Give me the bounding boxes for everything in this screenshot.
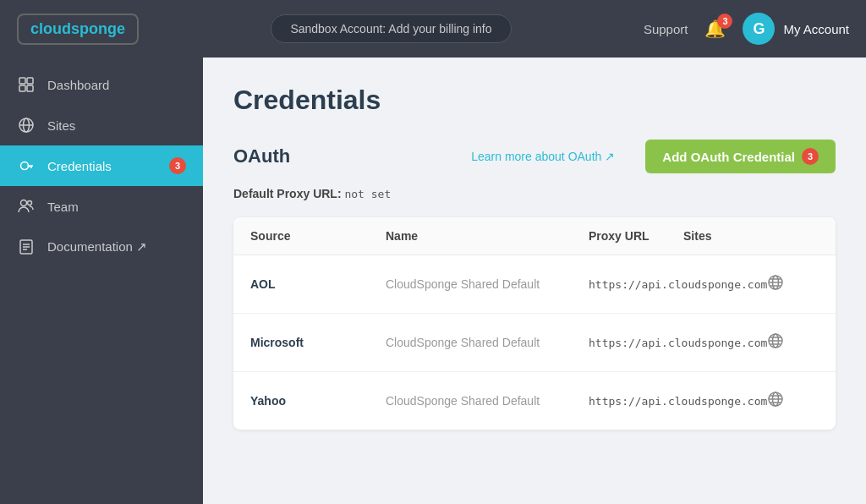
default-proxy: Default Proxy URL: not set: [233, 187, 836, 200]
col-header-name: Name: [386, 229, 589, 243]
sidebar-item-credentials-label: Credentials: [47, 159, 112, 173]
credentials-icon: [17, 157, 36, 174]
table-row: AOL CloudSponge Shared Default https://a…: [233, 255, 836, 314]
bell-badge: 3: [717, 14, 732, 29]
credentials-table: Source Name Proxy URL Sites AOL CloudSpo…: [233, 217, 836, 430]
source-microsoft: Microsoft: [250, 336, 386, 349]
sidebar: Dashboard Sites Credentia: [0, 58, 203, 504]
docs-icon: [17, 238, 36, 255]
svg-point-7: [21, 162, 29, 170]
proxy-url-yahoo: https://api.cloudsponge.com: [589, 395, 767, 408]
source-yahoo: Yahoo: [250, 394, 386, 408]
svg-point-12: [28, 201, 32, 205]
col-header-actions: [768, 229, 819, 243]
svg-rect-1: [27, 78, 33, 84]
my-account-label: My Account: [783, 22, 849, 36]
add-credential-btn-label: Add OAuth Credential: [662, 150, 795, 164]
sites-icon: [17, 117, 36, 134]
header-right: Support 🔔 3 G My Account: [644, 13, 849, 45]
logo-accent: sponge: [71, 20, 125, 37]
col-header-source: Source: [250, 229, 386, 243]
support-link[interactable]: Support: [644, 22, 688, 36]
credentials-badge: 3: [169, 157, 186, 174]
name-aol: CloudSponge Shared Default: [386, 277, 589, 291]
sidebar-item-dashboard[interactable]: Dashboard: [0, 64, 203, 105]
learn-more-link[interactable]: Learn more about OAuth ↗: [471, 150, 615, 163]
page-title: Credentials: [233, 85, 836, 116]
sidebar-item-team-label: Team: [47, 200, 79, 214]
add-oauth-credential-button[interactable]: Add OAuth Credential 3: [645, 140, 836, 173]
sidebar-item-dashboard-label: Dashboard: [47, 78, 109, 92]
table-row: Microsoft CloudSponge Shared Default htt…: [233, 314, 836, 372]
add-credential-badge: 3: [802, 148, 819, 165]
main-content: Credentials OAuth Learn more about OAuth…: [203, 58, 866, 504]
table-header: Source Name Proxy URL Sites: [233, 217, 836, 255]
external-link-icon: ↗: [605, 150, 615, 163]
sites-globe-microsoft[interactable]: [767, 332, 836, 353]
sandbox-banner: Sandbox Account: Add your billing info: [152, 14, 630, 43]
sidebar-item-credentials[interactable]: Credentials 3: [0, 145, 203, 186]
oauth-section-header: OAuth Learn more about OAuth ↗ Add OAuth…: [233, 140, 836, 173]
logo[interactable]: cloudsponge: [17, 14, 139, 45]
globe-button-yahoo[interactable]: [767, 391, 784, 412]
header: cloudsponge Sandbox Account: Add your bi…: [0, 0, 866, 58]
globe-button-aol[interactable]: [767, 274, 784, 295]
dashboard-icon: [17, 76, 36, 93]
team-icon: [17, 198, 36, 215]
col-header-sites: Sites: [683, 229, 768, 243]
proxy-url-microsoft: https://api.cloudsponge.com: [589, 337, 767, 349]
svg-rect-3: [27, 85, 33, 91]
sidebar-item-sites[interactable]: Sites: [0, 105, 203, 145]
avatar: G: [743, 13, 775, 45]
sandbox-banner-text: Sandbox Account: Add your billing info: [271, 14, 511, 43]
svg-rect-2: [19, 85, 25, 91]
learn-more-label: Learn more about OAuth: [471, 150, 601, 163]
col-header-proxy: Proxy URL: [589, 229, 683, 243]
oauth-section-title: OAuth: [233, 145, 290, 167]
bell-wrapper[interactable]: 🔔 3: [704, 19, 726, 39]
globe-button-microsoft[interactable]: [767, 332, 784, 353]
sites-globe-aol[interactable]: [767, 274, 836, 295]
sidebar-item-team[interactable]: Team: [0, 186, 203, 227]
main-layout: Dashboard Sites Credentia: [0, 58, 866, 504]
account-area[interactable]: G My Account: [743, 13, 849, 45]
proxy-url-aol: https://api.cloudsponge.com: [589, 278, 767, 291]
name-yahoo: CloudSponge Shared Default: [386, 394, 589, 408]
sites-globe-yahoo[interactable]: [767, 391, 836, 412]
default-proxy-value: not set: [344, 188, 391, 200]
table-row: Yahoo CloudSponge Shared Default https:/…: [233, 372, 836, 430]
default-proxy-label: Default Proxy URL:: [233, 187, 342, 200]
sidebar-item-documentation-label: Documentation ↗: [47, 239, 147, 255]
name-microsoft: CloudSponge Shared Default: [386, 336, 589, 349]
svg-rect-0: [19, 78, 25, 84]
svg-point-11: [21, 200, 27, 206]
logo-text: cloud: [30, 20, 71, 37]
source-aol: AOL: [250, 277, 386, 291]
sidebar-item-sites-label: Sites: [47, 118, 75, 133]
sidebar-item-documentation[interactable]: Documentation ↗: [0, 227, 203, 267]
